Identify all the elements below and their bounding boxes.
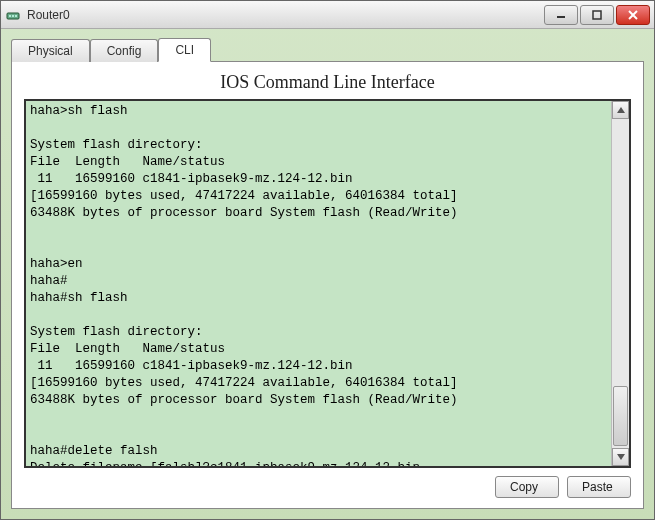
terminal-container: haha>sh flash System flash directory: Fi… [24,99,631,468]
terminal-scrollbar [611,101,629,466]
cli-panel: IOS Command Line Interface haha>sh flash… [11,61,644,509]
scroll-up-button[interactable] [612,101,629,119]
button-row: Copy Paste [24,476,631,498]
tab-physical[interactable]: Physical [11,39,90,62]
scroll-down-button[interactable] [612,448,629,466]
svg-point-1 [9,15,11,17]
maximize-button[interactable] [580,5,614,25]
window-title: Router0 [27,8,542,22]
tab-strip: Physical Config CLI [11,35,644,61]
svg-point-3 [15,15,17,17]
titlebar: Router0 [1,1,654,29]
svg-marker-9 [617,454,625,460]
tab-cli[interactable]: CLI [158,38,211,62]
svg-marker-8 [617,107,625,113]
tab-config[interactable]: Config [90,39,159,62]
svg-point-2 [12,15,14,17]
paste-button[interactable]: Paste [567,476,631,498]
minimize-button[interactable] [544,5,578,25]
app-icon [5,7,21,23]
copy-button[interactable]: Copy [495,476,559,498]
close-button[interactable] [616,5,650,25]
scroll-track[interactable] [612,119,629,448]
scroll-thumb[interactable] [613,386,628,446]
terminal-output[interactable]: haha>sh flash System flash directory: Fi… [26,101,611,466]
svg-rect-5 [593,11,601,19]
content-area: Physical Config CLI IOS Command Line Int… [1,29,654,519]
window-controls [542,5,650,25]
panel-title: IOS Command Line Interface [24,72,631,93]
